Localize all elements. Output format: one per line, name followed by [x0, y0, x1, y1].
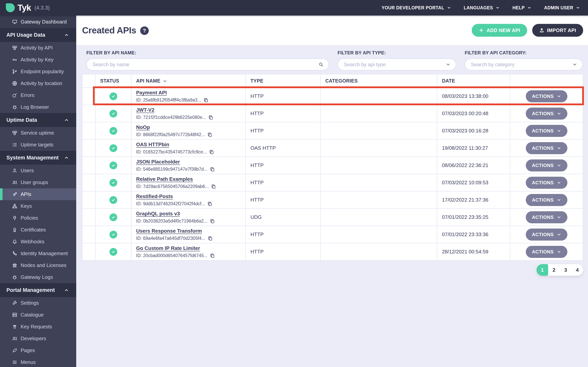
chevron-down-icon	[446, 62, 451, 67]
sidebar-item-service-uptime[interactable]: Service uptime	[0, 127, 76, 139]
actions-button[interactable]: ACTIONS	[526, 194, 567, 206]
sidebar-item-menus[interactable]: Menus	[0, 356, 76, 367]
api-name-link[interactable]: JSON Placeholder	[136, 159, 180, 165]
row-left-spacer	[82, 157, 95, 174]
sidebar-item-developers[interactable]: Developers	[0, 333, 76, 344]
copy-icon[interactable]	[207, 132, 212, 137]
topbar-menu-admin-user[interactable]: ADMIN USER	[544, 5, 580, 10]
api-name-link[interactable]: NoOp	[136, 124, 150, 130]
search-by-name-input[interactable]	[87, 62, 329, 67]
actions-button[interactable]: ACTIONS	[526, 125, 567, 137]
actions-button[interactable]: ACTIONS	[526, 108, 567, 120]
chevron-down-icon	[557, 146, 561, 150]
api-date: 07/03/2023 00:16:28	[442, 128, 488, 133]
table-row: JSON Placeholder ID: 546e885199c947147e7…	[82, 157, 583, 174]
api-type-cell: UDG	[246, 209, 320, 226]
pagination-page-2[interactable]: 2	[548, 264, 560, 276]
actions-button[interactable]: ACTIONS	[526, 211, 567, 223]
api-name-link[interactable]: Payment API	[136, 90, 167, 96]
sidebar-item-log-browser[interactable]: Log Browser	[0, 101, 76, 113]
api-type: OAS HTTP	[251, 145, 276, 151]
sidebar-item-errors[interactable]: Errors	[0, 89, 76, 101]
topbar-menu-languages[interactable]: LANGUAGES	[464, 5, 500, 10]
api-name-link[interactable]: Users Response Transform	[136, 228, 202, 234]
add-new-api-button[interactable]: ADD NEW API	[472, 24, 527, 37]
sidebar-item-activity-by-key[interactable]: Activity by Key	[0, 54, 76, 66]
sidebar-item-identity-management[interactable]: Identity Management	[0, 248, 76, 259]
copy-icon[interactable]	[210, 253, 215, 258]
sidebar-item-endpoint-popularity[interactable]: Endpoint popularity	[0, 66, 76, 77]
actions-cell: ACTIONS	[510, 139, 583, 157]
copy-icon[interactable]	[207, 201, 212, 206]
page-title: Created APIs	[82, 25, 136, 35]
filter-api-category: FILTER BY API CATEGORY:	[465, 50, 583, 70]
topbar-menu-help[interactable]: HELP	[512, 5, 531, 10]
sidebar-item-uptime-targets[interactable]: Uptime targets	[0, 139, 76, 151]
sidebar-item-users[interactable]: Users	[0, 165, 76, 176]
sidebar-item-user-groups[interactable]: User groups	[0, 176, 76, 188]
sidebar-item-keys[interactable]: Keys	[0, 200, 76, 212]
pagination-page-4[interactable]: 4	[571, 264, 583, 276]
chevron-down-icon	[496, 6, 500, 10]
copy-icon[interactable]	[210, 167, 215, 172]
column-header-status: STATUS	[95, 74, 131, 88]
chevron-up-icon	[64, 155, 69, 160]
api-type-cell: HTTP	[246, 88, 320, 105]
api-name-link[interactable]: OAS HTTPbin	[136, 142, 169, 147]
copy-icon[interactable]	[210, 219, 215, 224]
actions-button[interactable]: ACTIONS	[526, 177, 567, 189]
copy-icon[interactable]	[209, 150, 214, 155]
sidebar-item-settings[interactable]: Settings	[0, 297, 76, 309]
api-categories-cell	[320, 122, 437, 139]
sidebar-item-pages[interactable]: Pages	[0, 344, 76, 356]
actions-button[interactable]: ACTIONS	[526, 229, 567, 241]
actions-button[interactable]: ACTIONS	[526, 246, 567, 258]
copy-icon[interactable]	[203, 98, 208, 103]
api-name-link[interactable]: Go Custom IP Rate Limiter	[136, 245, 200, 251]
chevron-down-icon	[557, 215, 561, 219]
api-type-select[interactable]	[338, 62, 456, 67]
api-id: ID: 0165227bc4354745773cfc9ce...	[136, 149, 207, 155]
api-categories-cell	[320, 105, 437, 122]
sidebar-item-nodes-and-licenses[interactable]: Nodes and Licenses	[0, 259, 76, 271]
sidebar-item-gateway-logs[interactable]: Gateway Logs	[0, 271, 76, 283]
sidebar-item-gateway-dashboard[interactable]: Gateway Dashboard	[0, 16, 76, 28]
sidebar-item-activity-by-location[interactable]: Activity by location	[0, 77, 76, 89]
column-header-empty	[510, 74, 583, 88]
row-left-spacer	[82, 122, 95, 139]
copy-icon[interactable]	[211, 184, 216, 189]
actions-button[interactable]: ACTIONS	[526, 142, 567, 154]
logo[interactable]: Tyk (4.3.3)	[6, 3, 50, 13]
sidebar-section-uptime-data[interactable]: Uptime Data	[0, 113, 76, 127]
api-name-link[interactable]: Restified-Posts	[136, 193, 173, 199]
status-cell	[95, 243, 131, 260]
sidebar-section-system-management[interactable]: System Management	[0, 151, 76, 165]
actions-button[interactable]: ACTIONS	[526, 159, 567, 171]
api-name-link[interactable]: GraphQL posts v3	[136, 211, 180, 217]
sidebar-section-portal-management[interactable]: Portal Management	[0, 283, 76, 297]
sidebar-item-apis[interactable]: APIs	[0, 188, 76, 200]
sidebar-item-key-requests[interactable]: Key Requests	[0, 321, 76, 333]
upload-icon	[539, 28, 544, 33]
import-api-button[interactable]: IMPORT API	[532, 24, 583, 37]
help-icon[interactable]: ?	[140, 26, 149, 35]
api-name-link[interactable]: Relative Path Examples	[136, 176, 193, 182]
pagination-page-3[interactable]: 3	[560, 264, 571, 276]
sidebar-item-certificates[interactable]: Certificates	[0, 224, 76, 236]
copy-icon[interactable]	[208, 115, 213, 120]
column-header-api-name[interactable]: API NAME	[131, 74, 246, 88]
topbar-menu-your-developer-portal[interactable]: YOUR DEVELOPER PORTAL	[381, 5, 451, 10]
sidebar-section-api-usage-data[interactable]: API Usage Data	[0, 28, 76, 42]
pagination-page-1[interactable]: 1	[536, 264, 548, 276]
actions-cell: ACTIONS	[510, 226, 583, 243]
row-left-spacer	[82, 191, 95, 209]
api-name-link[interactable]: JWT-V2	[136, 107, 154, 113]
sidebar-item-policies[interactable]: Policies	[0, 212, 76, 224]
copy-icon[interactable]	[208, 236, 213, 241]
status-cell	[95, 157, 131, 174]
api-category-select[interactable]	[465, 62, 582, 67]
sidebar-item-catalogue[interactable]: Catalogue	[0, 309, 76, 321]
actions-button[interactable]: ACTIONS	[526, 90, 567, 102]
sidebar-item-webhooks[interactable]: Webhooks	[0, 236, 76, 248]
sidebar-item-activity-by-api[interactable]: Activity by API	[0, 42, 76, 54]
